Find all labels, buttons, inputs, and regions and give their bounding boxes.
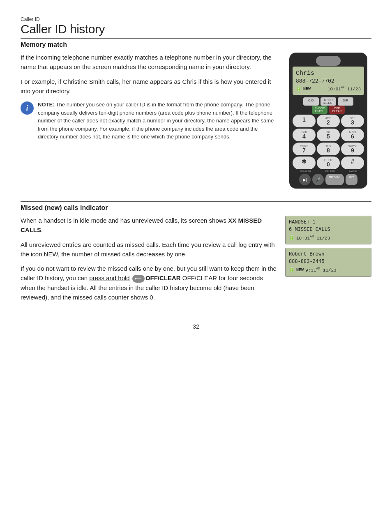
phone-nav-top: · · · [316,56,341,66]
missed-calls-text: When a handset is in idle mode and has u… [21,216,277,307]
para1-plain: When a handset is in idle mode and has u… [21,217,228,224]
ms1-time: 10:31AM 11/23 [296,234,330,242]
key-2: ABC2 [317,115,340,127]
section-label: Caller ID [21,16,371,22]
page-title: Caller ID history [21,22,371,36]
mute-button: 🎤 [312,174,324,185]
ms1-line1: HANDSET 1 [289,219,368,226]
off-clear-icon [132,275,145,283]
cid-button: CID [303,97,319,106]
ms2-line2: 888-883-2445 [289,258,368,265]
key-star: ✱ [293,157,316,169]
screen-time-date: 10:01AM 11/23 [327,86,361,92]
missed-calls-para3: If you do not want to review the missed … [21,264,277,302]
missed-calls-para2: All unreviewed entries are counted as mi… [21,240,277,259]
note-label: NOTE: [38,101,54,108]
key-1: 1 [293,115,316,127]
nav-dots: · · · [325,59,331,63]
battery-icon: 🔋 [296,86,302,92]
ms2-line1: Robert Brown [289,251,368,258]
phone-top-buttons: CID MENUSELECT DIR [303,97,353,106]
missed-calls-screens: HANDSET 1 6 MISSED CALLS 🔋 10:31AM 11/23… [285,216,371,307]
key-hash: # [341,157,364,169]
screen-number: 888-722-7702 [296,78,361,85]
pause-label: PAUSE [349,170,357,173]
ms2-bottom: 🔋 NEW 9:31AM 11/23 [289,266,368,274]
screen-bottom: 🔋 NEW 10:01AM 11/23 [296,86,361,92]
key-8: TUV8 [317,143,340,155]
memory-match-para1: If the incoming telephone number exactly… [21,53,277,72]
phone-bottom-row: ▶| 🎤 REDIAL INT [299,174,357,185]
speaker-button: ▶| [299,174,311,185]
ms1-bottom: 🔋 10:31AM 11/23 [289,234,368,242]
int-button: INT [346,174,357,185]
info-icon: i [21,101,34,115]
ms2-time: 9:31AM 11/23 [305,266,337,274]
phone-flash-button: PHONEFLASH [312,106,327,114]
dir-button: DIR [338,97,353,106]
memory-match-content: If the incoming telephone number exactly… [21,53,371,189]
off-clear-button: OFFCLEAR [329,106,345,114]
new-badge: NEW [303,86,311,92]
page-header: Caller ID Caller ID history [21,16,371,36]
key-5: JKL5 [317,129,340,141]
key-7: PQRS7 [293,143,316,155]
screen-time-sup: AM [341,86,344,89]
screen-icon-row: 🔋 NEW [296,86,311,92]
memory-match-heading: Memory match [21,38,371,48]
phone-second-buttons: PHONEFLASH OFFCLEAR [312,106,345,114]
ms1-battery: 🔋 [289,235,295,242]
key-9: WXYZ9 [341,143,364,155]
phone-screen: Chris 888-722-7702 🔋 NEW 10:01AM 11/23 [293,67,364,95]
screen-name: Chris [296,69,361,78]
missed-screen-1: HANDSET 1 6 MISSED CALLS 🔋 10:31AM 11/23 [285,216,371,244]
memory-match-text: If the incoming telephone number exactly… [21,53,277,189]
note-block: i NOTE: The number you see on your calle… [21,101,277,141]
page-number: 32 [21,323,371,330]
note-body: The number you see on your caller ID is … [38,101,274,140]
screen-time: 10:01 [327,87,341,92]
missed-calls-content: When a handset is in idle mode and has u… [21,216,371,307]
memory-match-section: Memory match If the incoming telephone n… [21,38,371,189]
press-and-hold: press and hold [89,274,129,281]
key-4: GHI4 [293,129,316,141]
key-6: MNO6 [341,129,364,141]
off-clear-label: OFF/CLEAR [145,274,181,281]
phone-keypad: 1 ABC2 DEF3 GHI4 JKL5 MNO6 PQRS7 TUV8 WX… [293,115,364,169]
ms1-line2: 6 MISSED CALLS [289,226,368,233]
missed-calls-section: Missed (new) calls indicator When a hand… [21,201,371,307]
missed-calls-para1: When a handset is in idle mode and has u… [21,216,277,235]
missed-calls-heading: Missed (new) calls indicator [21,201,371,212]
para1-end: . [41,226,43,233]
phone-device: · · · Chris 888-722-7702 🔋 NEW 10:01AM 1… [289,53,367,189]
ms2-battery: 🔋 [289,267,295,274]
missed-screen-2: Robert Brown 888-883-2445 🔋 NEW 9:31AM 1… [285,248,371,276]
redial-button: REDIAL [325,174,344,185]
note-text: NOTE: The number you see on your caller … [38,101,277,141]
menu-select-button: MENUSELECT [321,97,336,106]
screen-date: 11/23 [347,87,361,92]
delete-label: DELETE [325,170,335,173]
ms2-new-badge: NEW [296,267,304,273]
phone-bottom-labels: SPEAKER DELETE PAUSE [293,170,364,173]
nav-oval: · · · [316,56,341,66]
memory-match-para2: For example, if Christine Smith calls, h… [21,77,277,96]
speaker-label: SPEAKER [300,170,311,173]
key-3: DEF3 [341,115,364,127]
key-0: OPER0 [317,157,340,169]
phone-illustration: · · · Chris 888-722-7702 🔋 NEW 10:01AM 1… [285,53,371,189]
